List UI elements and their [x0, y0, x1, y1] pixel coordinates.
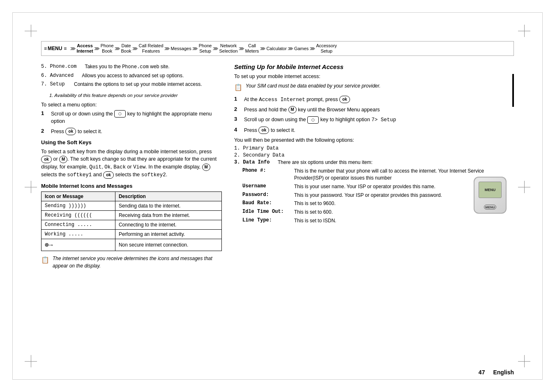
nav-item-call-meters[interactable]: CallMeters	[245, 43, 259, 54]
nav-arrow-1	[94, 47, 100, 50]
ok-btn-inline-1: ok	[41, 156, 52, 163]
table-cell-desc-3: Connecting to the internet.	[115, 220, 221, 230]
nav-item-games[interactable]: Games	[294, 46, 309, 51]
nav-item-date-book[interactable]: DateBook	[121, 43, 131, 54]
nav-item-phone-book[interactable]: PhoneBook	[101, 43, 114, 54]
two-col-layout: 5. Phone.com Takes you to the Phone.com …	[41, 63, 514, 273]
ok-button-icon: ok	[65, 128, 76, 135]
right-heading: Setting Up for Mobile Internet Access	[234, 63, 514, 70]
border-right	[542, 12, 543, 380]
border-top	[12, 12, 543, 13]
m-btn-right-1: M	[288, 106, 297, 113]
m-btn-inline-1: M	[59, 156, 67, 163]
data-info-line: Line Type: This is set to ISDN.	[242, 217, 514, 224]
page-number: 47	[479, 369, 485, 376]
border-left	[12, 12, 13, 380]
nav-item-call-features[interactable]: Call RelatedFeatures	[139, 43, 164, 54]
data-val-baud: This is set to 9600.	[294, 200, 336, 207]
page-footer: 47 English	[479, 369, 514, 376]
right-step-text-4: Press ok to select it.	[244, 127, 295, 134]
presented-text: You will then be presented with the foll…	[234, 137, 514, 143]
menu-item-row-1: 5. Phone.com Takes you to the Phone.com …	[41, 63, 222, 71]
nav-item-messages[interactable]: Messages	[171, 46, 191, 51]
table-row: Connecting ..... Connecting to the inter…	[41, 220, 222, 230]
data-info-baud: Baud Rate: This is set to 9600.	[242, 200, 514, 207]
menu-item-desc-7: Contains the options to set up your mobi…	[74, 81, 202, 88]
menu-item-num-5: 5. Phone.com	[41, 63, 76, 71]
note-icon-left: 📋	[41, 255, 50, 265]
nav-arrow-5	[192, 47, 198, 50]
table-col2-header: Description	[115, 192, 221, 201]
option-data-info-desc: There are six options under this menu it…	[278, 159, 373, 165]
ok-btn-inline-2: ok	[103, 171, 114, 179]
nav-arrow-10	[309, 47, 315, 50]
table-cell-icon-2: Receiving ((((((	[41, 211, 115, 220]
main-content: ≡ MENU ≡ AccessInternet PhoneBook DateBo…	[41, 41, 514, 359]
nav-arrow-0	[70, 47, 76, 50]
nav-arrow-6	[212, 47, 218, 50]
table-cell-desc-2: Receiving data from the internet.	[115, 211, 221, 220]
right-step-num-1: 1	[234, 96, 241, 102]
data-key-baud: Baud Rate:	[242, 200, 288, 206]
nav-arrow-8	[260, 47, 265, 50]
select-menu-para: To select a menu option:	[41, 102, 222, 108]
crosshair-bottom-right	[518, 355, 530, 367]
data-info-idle: Idle Time Out: This is set to 600.	[242, 209, 514, 216]
nav-item-calculator[interactable]: Calculator	[266, 46, 287, 51]
data-key-username: Username	[242, 183, 288, 189]
right-step-text-3: Scroll up or down using the ⬡ key to hig…	[244, 116, 396, 124]
right-step-num-3: 3	[234, 116, 241, 122]
crosshair-top-right	[518, 25, 530, 37]
option-primary-data: 1. Primary Data	[234, 145, 514, 151]
data-info-list: Phone #: This is the number that your ph…	[242, 168, 514, 224]
right-step-1: 1 At the Access Internet prompt, press o…	[234, 96, 514, 104]
sim-note-text: Your SIM card must be data enabled by yo…	[246, 83, 380, 90]
data-key-password: Password:	[242, 192, 288, 198]
menu-item-row-3: 7. Setup Contains the options to set up …	[41, 81, 222, 88]
data-val-username: This is your user name. Your ISP or oper…	[294, 183, 435, 190]
data-val-password: This is your password. Your ISP or opera…	[294, 192, 442, 199]
nav-arrow-4	[164, 47, 170, 50]
step-text-1: Scroll up or down using the ⬡ key to hig…	[51, 110, 222, 125]
step-num-2: 2	[41, 128, 48, 134]
step-text-2: Press ok to select it.	[51, 128, 102, 136]
table-col1-header: Icon or Message	[41, 192, 115, 201]
table-cell-icon-3: Connecting .....	[41, 220, 115, 230]
nav-item-access-internet[interactable]: AccessInternet	[76, 43, 93, 54]
crosshair-bottom-left	[25, 355, 37, 367]
nav-key-icon: ⬡	[114, 110, 126, 118]
right-step-text-1: At the Access Internet prompt, press ok	[244, 96, 350, 104]
nav-arrow-2	[115, 47, 120, 50]
data-info-username: Username This is your user name. Your IS…	[242, 183, 514, 190]
nav-menu-label: ≡ MENU ≡	[44, 46, 67, 51]
soft-keys-para: To select a soft key from the display du…	[41, 148, 222, 179]
table-cell-icon-1: Sending ))))))	[41, 201, 115, 211]
table-row: Sending )))))) Sending data to the inter…	[41, 201, 222, 211]
data-key-phone: Phone #:	[242, 168, 288, 173]
menu-item-num-6: 6. Advanced	[41, 72, 74, 79]
table-cell-desc-4: Performing an internet activity.	[115, 230, 221, 239]
table-cell-desc-1: Sending data to the internet.	[115, 201, 221, 211]
table-row: Receiving (((((( Receiving data from the…	[41, 211, 222, 220]
nav-key-right: ⬡	[307, 116, 319, 124]
menu-item-desc-6: Allows you access to advanced set up opt…	[82, 72, 184, 79]
data-key-line: Line Type:	[242, 217, 288, 223]
left-column: 5. Phone.com Takes you to the Phone.com …	[41, 63, 222, 273]
right-step-num-4: 4	[234, 127, 241, 133]
right-step-2: 2 Press and hold the M key until the Bro…	[234, 106, 514, 114]
ok-btn-right-1: ok	[339, 96, 350, 103]
data-info-password: Password: This is your password. Your IS…	[242, 192, 514, 199]
nav-arrow-7	[239, 47, 244, 50]
right-step-3: 3 Scroll up or down using the ⬡ key to h…	[234, 116, 514, 124]
nav-item-phone-setup[interactable]: PhoneSetup	[199, 43, 212, 54]
icons-heading: Mobile Internet Icons and Messages	[41, 183, 222, 189]
option-secondary-data: 2. Secondary Data	[234, 152, 514, 158]
nav-item-accessory-setup[interactable]: AccessorySetup	[316, 43, 337, 54]
nav-item-network-selection[interactable]: NetworkSelection	[219, 43, 237, 54]
table-cell-desc-5: Non secure internet connection.	[115, 239, 221, 251]
data-val-line: This is set to ISDN.	[294, 217, 336, 224]
table-row: ⊗→ Non secure internet connection.	[41, 239, 222, 251]
right-intro: To set up your mobile internet access:	[234, 74, 514, 79]
crosshair-top-left	[25, 25, 37, 37]
option-data-info-key: 3. Data Info	[234, 159, 271, 165]
